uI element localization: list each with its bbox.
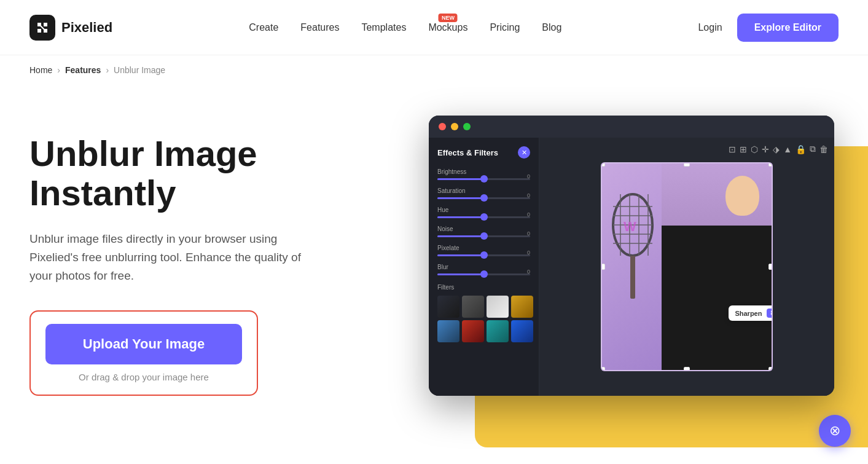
filter-thumb-3[interactable] (487, 296, 509, 318)
slider-value-5: 0 (527, 269, 530, 275)
slider-fill-0 (437, 178, 484, 180)
handle-tc[interactable] (684, 162, 690, 167)
handle-bc[interactable] (684, 367, 690, 371)
editor-preview: Effects & Filters ✕ Brightness 0 Saturat… (398, 109, 839, 396)
slider-thumb-0[interactable] (480, 175, 488, 183)
editor-body: Effects & Filters ✕ Brightness 0 Saturat… (429, 138, 834, 396)
tool-icon-9[interactable]: 🗑 (819, 144, 828, 154)
canvas-area: ⊡ ⊞ ⬡ ✛ ⬗ ▲ 🔒 ⧉ 🗑 (539, 138, 834, 396)
slider-value-3: 0 (527, 230, 530, 237)
filter-label-3: Noise (437, 226, 530, 232)
effects-title: Effects & Filters (437, 148, 498, 157)
filter-row-blur: Blur 0 (437, 264, 530, 275)
slider-fill-5 (437, 273, 484, 275)
nav-mockups[interactable]: NEW Mockups (428, 22, 467, 33)
canvas-image: W (601, 162, 773, 371)
handle-br[interactable] (768, 367, 773, 371)
slider-thumb-4[interactable] (480, 251, 488, 259)
slider-fill-2 (437, 216, 484, 218)
filter-row-saturation: Saturation 0 (437, 187, 530, 199)
help-button[interactable]: ⊗ (819, 415, 851, 447)
filter-thumb-6[interactable] (462, 320, 484, 342)
window-dot-yellow (451, 123, 458, 130)
logo-text: Pixelied (61, 20, 112, 36)
filter-label-1: Saturation (437, 187, 530, 194)
nav-templates[interactable]: Templates (361, 22, 406, 33)
slider-track-1[interactable] (437, 197, 530, 199)
tool-icon-1[interactable]: ⊡ (729, 144, 736, 154)
filters-label: Filters (437, 284, 530, 291)
hero-description: Unblur image files directly in your brow… (29, 230, 324, 286)
logo-area[interactable]: Pixelied (29, 15, 112, 41)
slider-thumb-1[interactable] (480, 194, 488, 202)
nav-features[interactable]: Features (300, 22, 339, 33)
breadcrumb-home[interactable]: Home (29, 65, 52, 75)
filter-thumb-4[interactable] (511, 296, 533, 318)
filter-thumb-8[interactable] (511, 320, 533, 342)
slider-thumb-2[interactable] (480, 213, 488, 221)
slider-track-0[interactable] (437, 178, 530, 180)
nav-mockups-badge: NEW (439, 14, 458, 22)
tool-icon-4[interactable]: ✛ (762, 144, 769, 154)
filter-row-hue: Hue 0 (437, 206, 530, 218)
filter-row-brightness: Brightness 0 (437, 168, 530, 180)
breadcrumb-sep-2: › (106, 65, 109, 75)
tool-icon-8[interactable]: ⧉ (810, 144, 816, 154)
main-content: Unblur Image Instantly Unblur image file… (0, 85, 868, 420)
tool-icon-7[interactable]: 🔒 (796, 144, 806, 154)
tool-icon-3[interactable]: ⬡ (751, 144, 758, 154)
breadcrumb-current: Unblur Image (114, 65, 165, 75)
filter-label-0: Brightness (437, 168, 530, 175)
tool-icon-2[interactable]: ⊞ (740, 144, 747, 154)
filter-row-pixelate: Pixelate 0 (437, 245, 530, 256)
slider-value-2: 0 (527, 211, 530, 218)
handle-bl[interactable] (601, 367, 605, 371)
window-dot-red (439, 123, 446, 130)
svg-text:W: W (624, 219, 636, 234)
canvas-toolbar: ⊡ ⊞ ⬡ ✛ ⬗ ▲ 🔒 ⧉ 🗑 (729, 144, 828, 154)
handle-mr[interactable] (768, 264, 773, 270)
slider-thumb-5[interactable] (480, 270, 488, 278)
slider-value-0: 0 (527, 173, 530, 179)
tool-icon-6[interactable]: ▲ (783, 144, 792, 154)
explore-editor-button[interactable]: Explore Editor (737, 14, 839, 42)
slider-track-5[interactable] (437, 273, 530, 275)
filter-thumb-7[interactable] (487, 320, 509, 342)
upload-button[interactable]: Upload Your Image (45, 324, 242, 364)
filter-thumb-5[interactable] (437, 320, 459, 342)
handle-tr[interactable] (768, 162, 773, 167)
effects-panel: Effects & Filters ✕ Brightness 0 Saturat… (429, 138, 539, 396)
filter-row-noise: Noise 0 (437, 226, 530, 237)
hero-section: Unblur Image Instantly Unblur image file… (29, 109, 373, 396)
filter-thumbnails (437, 296, 530, 342)
breadcrumb-features[interactable]: Features (65, 65, 101, 75)
nav-pricing[interactable]: Pricing (490, 22, 520, 33)
upload-section: Upload Your Image Or drag & drop your im… (29, 310, 258, 396)
sharpen-tooltip: Sharpen 8 (729, 305, 773, 321)
handle-ml[interactable] (601, 264, 605, 270)
filter-thumb-1[interactable] (437, 296, 459, 318)
slider-track-3[interactable] (437, 235, 530, 237)
breadcrumb-sep-1: › (57, 65, 60, 75)
logo-svg (35, 20, 50, 35)
breadcrumb: Home › Features › Unblur Image (0, 55, 868, 85)
handle-tl[interactable] (601, 162, 605, 167)
slider-thumb-3[interactable] (480, 232, 488, 240)
tool-icon-5[interactable]: ⬗ (773, 144, 780, 154)
drag-drop-text: Or drag & drop your image here (45, 372, 242, 382)
slider-value-4: 0 (527, 250, 530, 256)
slider-track-2[interactable] (437, 216, 530, 218)
svg-rect-10 (630, 256, 635, 299)
nav-blog[interactable]: Blog (542, 22, 561, 33)
close-panel-button[interactable]: ✕ (518, 146, 530, 159)
main-nav: Create Features Templates NEW Mockups Pr… (249, 22, 561, 33)
editor-window: Effects & Filters ✕ Brightness 0 Saturat… (429, 116, 834, 396)
nav-create[interactable]: Create (249, 22, 278, 33)
filter-label-2: Hue (437, 206, 530, 213)
login-link[interactable]: Login (698, 22, 722, 33)
help-icon: ⊗ (829, 423, 840, 439)
slider-fill-3 (437, 235, 484, 237)
window-dot-green (463, 123, 471, 130)
slider-track-4[interactable] (437, 254, 530, 256)
filter-thumb-2[interactable] (462, 296, 484, 318)
